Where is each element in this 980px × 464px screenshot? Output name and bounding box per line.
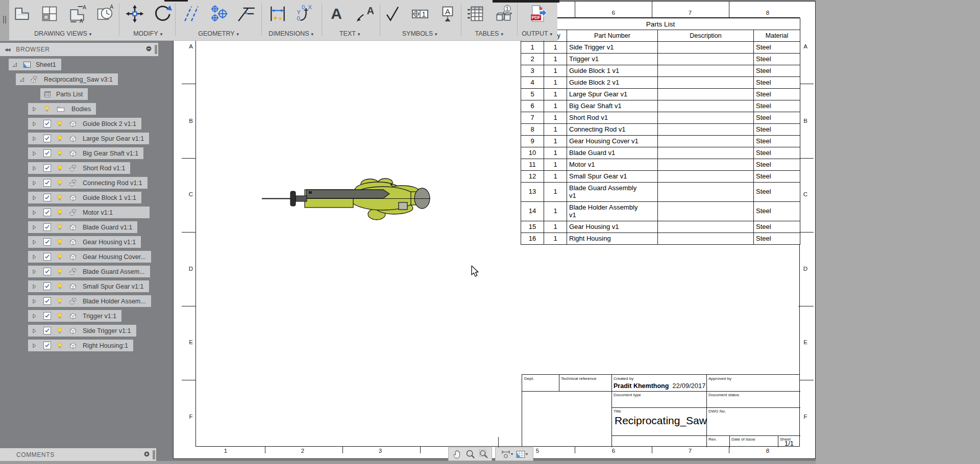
circle-plus-icon[interactable] (143, 450, 150, 459)
lightbulb-icon[interactable] (56, 220, 64, 235)
browser-row-bodies[interactable]: Bodies (0, 101, 158, 116)
browser-row-parts-list[interactable]: Parts List (0, 87, 158, 101)
collapse-panel-icon[interactable]: ◀◀ (5, 47, 10, 52)
visibility-checkbox[interactable] (43, 175, 52, 190)
browser-scrollbar[interactable] (155, 45, 157, 54)
visibility-checkbox[interactable] (43, 249, 52, 264)
toolbar-group-label[interactable]: SYMBOLS ▼ (381, 30, 459, 37)
browser-item-label[interactable]: Side Trigger v1:1 (83, 327, 131, 334)
toolbar-group-label[interactable]: DIMENSIONS ▼ (263, 30, 320, 37)
visibility-checkbox[interactable] (43, 205, 52, 220)
checkbox[interactable] (43, 268, 51, 275)
toolbar-group-label[interactable]: TABLES ▼ (463, 30, 516, 37)
edge-extension-button[interactable] (236, 4, 257, 24)
visibility-checkbox[interactable] (43, 220, 52, 235)
browser-row-gear-housing-v1-1[interactable]: Gear Housing v1:1 (0, 235, 158, 249)
pan-button[interactable] (452, 449, 462, 459)
browser-header[interactable]: ◀◀ BROWSER (0, 43, 158, 56)
saw-drawing-view[interactable] (258, 167, 434, 228)
toolbar-group-label[interactable]: MODIFY ▼ (121, 30, 175, 37)
browser-row-motor-v1-1[interactable]: Motor v1:1 (0, 205, 158, 220)
toolbar-group-label[interactable]: DRAWING VIEWS ▼ (9, 30, 117, 37)
checkbox[interactable] (43, 327, 51, 334)
checkbox[interactable] (43, 164, 51, 172)
sheet-settings-dropdown[interactable]: ▾ (516, 449, 528, 459)
browser-row-blade-holder-assem[interactable]: Blade Holder Assem... (0, 294, 158, 308)
leader-text-button[interactable]: A (354, 4, 374, 24)
browser-row-small-spur-gear-v1-1[interactable]: Small Spur Gear v1:1 (0, 279, 158, 294)
checkbox[interactable] (43, 253, 51, 261)
output-pdf-button[interactable]: PDF (527, 4, 548, 24)
expander-closed[interactable] (31, 190, 38, 205)
visibility-checkbox[interactable] (43, 338, 52, 353)
comments-bar[interactable]: COMMENTS (0, 448, 156, 461)
checkbox[interactable] (43, 312, 51, 320)
surface-finish-button[interactable] (382, 4, 403, 24)
expander-closed[interactable] (31, 205, 38, 220)
browser-row-large-spur-gear-v1-1[interactable]: Large Spur Gear v1:1 (0, 131, 158, 146)
expander-closed[interactable] (31, 338, 38, 353)
browser-item-label[interactable]: Guide Block 1 v1:1 (83, 194, 136, 201)
visibility-checkbox[interactable] (43, 116, 52, 131)
browser-item-label[interactable]: Short Rod v1:1 (83, 165, 125, 172)
browser-row-blade-guard-v1-1[interactable]: Blade Guard v1:1 (0, 220, 158, 235)
comments-scrollbar[interactable] (153, 450, 155, 459)
toolbar-group-label[interactable]: TEXT ▼ (323, 30, 378, 37)
expander-closed[interactable] (31, 116, 38, 131)
dimension-button[interactable] (267, 4, 288, 24)
expander-closed[interactable] (31, 175, 38, 190)
browser-item-label[interactable]: Sheet1 (36, 61, 56, 68)
checkbox[interactable] (43, 120, 51, 127)
browser-item-label[interactable]: Motor v1:1 (83, 209, 113, 216)
visibility-checkbox[interactable] (43, 279, 52, 294)
browser-item-label[interactable]: Blade Guard Assem... (83, 268, 145, 275)
lightbulb-icon[interactable] (56, 308, 64, 323)
center-mark-button[interactable] (209, 4, 229, 24)
lightbulb-icon[interactable] (56, 323, 64, 338)
checkbox[interactable] (43, 238, 51, 246)
lightbulb-icon[interactable] (56, 338, 64, 353)
browser-row-blade-guard-assem[interactable]: Blade Guard Assem... (0, 264, 158, 279)
browser-row-short-rod-v1-1[interactable]: Short Rod v1:1 (0, 161, 158, 175)
visibility-checkbox[interactable] (43, 264, 52, 279)
browser-item-label[interactable]: Trigger v1:1 (83, 313, 116, 320)
lightbulb-icon[interactable] (56, 279, 64, 294)
move-button[interactable] (125, 4, 145, 24)
visibility-checkbox[interactable] (43, 161, 52, 175)
browser-item-label[interactable]: Right Housing:1 (83, 342, 128, 349)
lightbulb-icon[interactable] (56, 146, 64, 161)
browser-row-guide-block-1-v1-1[interactable]: Guide Block 1 v1:1 (0, 190, 158, 205)
browser-row-gear-housing-cover[interactable]: Gear Housing Cover... (0, 249, 158, 264)
table-button[interactable] (465, 4, 486, 24)
expander-closed[interactable] (31, 308, 38, 323)
lightbulb-icon[interactable] (56, 249, 64, 264)
browser-item-label[interactable]: Blade Guard v1:1 (83, 224, 132, 231)
base-view-button[interactable] (12, 4, 32, 24)
toolbar-group-label[interactable]: OUTPUT ▼ (519, 30, 556, 37)
visibility-checkbox[interactable] (43, 235, 52, 249)
toolbar-group-label[interactable]: GEOMETRY ▼ (178, 30, 260, 37)
visibility-checkbox[interactable] (43, 323, 52, 338)
visibility-checkbox[interactable] (43, 294, 52, 308)
lightbulb-icon[interactable] (56, 205, 64, 220)
checkbox[interactable] (43, 179, 51, 187)
expander-closed[interactable] (31, 279, 38, 294)
visibility-checkbox[interactable] (43, 146, 52, 161)
browser-item-label[interactable]: Large Spur Gear v1:1 (83, 135, 144, 142)
expander-closed[interactable] (31, 101, 38, 116)
browser-row-side-trigger-v1-1[interactable]: Side Trigger v1:1 (0, 323, 158, 338)
text-button[interactable]: A (326, 4, 347, 24)
lightbulb-icon[interactable] (43, 101, 51, 116)
browser-item-label[interactable]: Guide Block 2 v1:1 (83, 120, 136, 127)
centerline-button[interactable] (181, 4, 202, 24)
checkbox[interactable] (43, 209, 51, 216)
expander-closed[interactable] (31, 161, 38, 175)
projected-view-button[interactable] (39, 4, 60, 24)
expander-open[interactable] (11, 57, 18, 72)
lightbulb-icon[interactable] (56, 235, 64, 249)
browser-row-sheet1[interactable]: Sheet1 (0, 57, 158, 72)
lightbulb-icon[interactable] (56, 264, 64, 279)
toolbar-drag-handle[interactable] (0, 0, 9, 40)
section-view-button[interactable]: AA (67, 4, 87, 24)
browser-item-label[interactable]: Small Spur Gear v1:1 (83, 283, 144, 290)
